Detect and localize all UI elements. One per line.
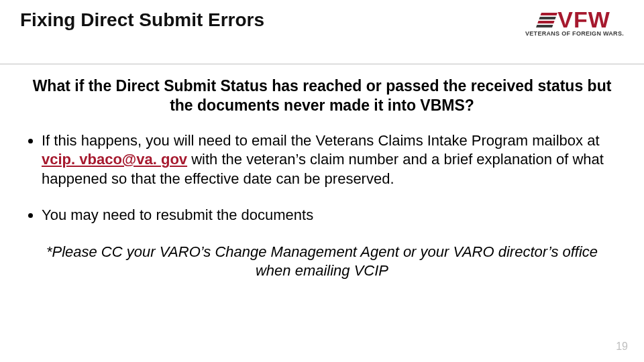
stripes-icon: [536, 13, 557, 27]
header: Fixing Direct Submit Errors VFW VETERANS…: [0, 0, 644, 47]
page-number: 19: [616, 341, 628, 353]
content: What if the Direct Submit Status has rea…: [0, 64, 644, 281]
email-address: vcip. vbaco@va. gov: [42, 151, 187, 168]
vfw-logo-subtext: VETERANS OF FOREIGN WARS.: [525, 30, 624, 37]
bullet-1-pre: If this happens, you will need to email …: [42, 132, 600, 149]
list-item: If this happens, you will need to email …: [42, 131, 617, 189]
bullet-list: If this happens, you will need to email …: [27, 131, 617, 225]
question-heading: What if the Direct Submit Status has rea…: [27, 76, 617, 115]
vfw-logo-top: VFW: [525, 7, 624, 33]
vfw-logo: VFW VETERANS OF FOREIGN WARS.: [525, 7, 624, 37]
slide: Fixing Direct Submit Errors VFW VETERANS…: [0, 0, 644, 362]
slide-title: Fixing Direct Submit Errors: [20, 7, 264, 31]
vfw-logo-text: VFW: [557, 7, 610, 33]
list-item: You may need to resubmit the documents: [42, 206, 617, 225]
footnote: *Please CC your VARO’s Change Management…: [27, 243, 617, 281]
